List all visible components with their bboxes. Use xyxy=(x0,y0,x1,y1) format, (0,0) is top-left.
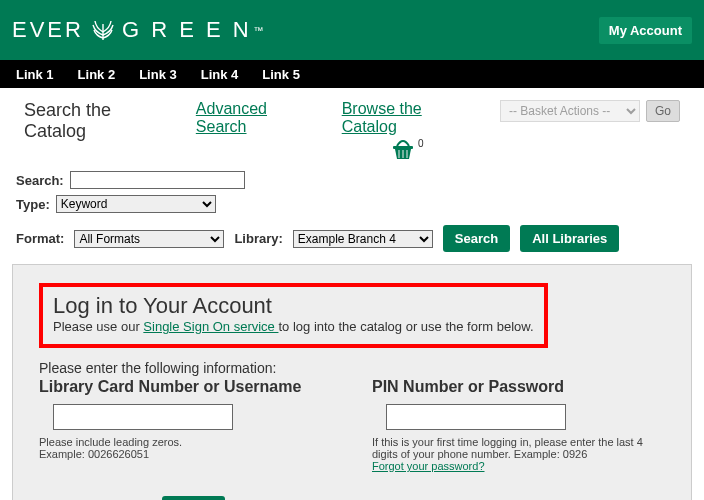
password-label: PIN Number or Password xyxy=(372,378,665,396)
library-select[interactable]: Example Branch 4 xyxy=(293,230,433,248)
login-highlight-box: Log in to Your Account Please use our Si… xyxy=(39,283,548,348)
go-button[interactable]: Go xyxy=(646,100,680,122)
all-libraries-button[interactable]: All Libraries xyxy=(520,225,619,252)
header: EVER G R E E N ™ My Account xyxy=(0,0,704,60)
format-label: Format: xyxy=(16,231,64,246)
username-hint-1: Please include leading zeros. xyxy=(39,436,332,448)
search-button[interactable]: Search xyxy=(443,225,510,252)
username-input[interactable] xyxy=(53,404,233,430)
login-right-col: PIN Number or Password If this is your f… xyxy=(372,378,665,472)
login-sub-pre: Please use our xyxy=(53,319,143,334)
basket-actions-select[interactable]: -- Basket Actions -- xyxy=(500,100,640,122)
login-button[interactable]: Log in xyxy=(162,496,225,500)
logo: EVER G R E E N ™ xyxy=(12,14,264,47)
username-hint-2: Example: 0026626051 xyxy=(39,448,332,460)
sso-link[interactable]: Single Sign On service xyxy=(143,319,278,334)
nav-link-2[interactable]: Link 2 xyxy=(78,67,116,82)
login-subtitle: Please use our Single Sign On service to… xyxy=(53,319,534,334)
username-label: Library Card Number or Username xyxy=(39,378,332,396)
navbar: Link 1 Link 2 Link 3 Link 4 Link 5 xyxy=(0,60,704,88)
my-account-button[interactable]: My Account xyxy=(599,17,692,44)
trademark-icon: ™ xyxy=(254,25,264,36)
stay-row: Stay logged in? Log in xyxy=(39,496,665,500)
logo-text-left: EVER xyxy=(12,17,84,43)
type-select[interactable]: Keyword xyxy=(56,195,216,213)
search-label: Search: xyxy=(16,173,64,188)
search-input[interactable] xyxy=(70,171,245,189)
basket-count: 0 xyxy=(418,138,424,149)
nav-link-4[interactable]: Link 4 xyxy=(201,67,239,82)
forgot-password-link[interactable]: Forgot your password? xyxy=(372,460,485,472)
advanced-search-link[interactable]: Advanced Search xyxy=(196,100,314,136)
nav-link-1[interactable]: Link 1 xyxy=(16,67,54,82)
format-select[interactable]: All Formats xyxy=(74,230,224,248)
svg-rect-0 xyxy=(393,146,413,149)
login-left-col: Library Card Number or Username Please i… xyxy=(39,378,332,472)
login-sub-post: to log into the catalog or use the form … xyxy=(278,319,533,334)
search-header: Search the Catalog Advanced Search Brows… xyxy=(0,88,704,169)
nav-link-5[interactable]: Link 5 xyxy=(262,67,300,82)
basket-icon[interactable] xyxy=(390,138,416,163)
type-label: Type: xyxy=(16,197,50,212)
form-intro: Please enter the following information: xyxy=(39,360,665,376)
login-title: Log in to Your Account xyxy=(53,293,534,319)
library-label: Library: xyxy=(234,231,282,246)
search-catalog-title: Search the Catalog xyxy=(24,100,168,142)
nav-link-3[interactable]: Link 3 xyxy=(139,67,177,82)
login-form-row: Library Card Number or Username Please i… xyxy=(39,378,665,472)
login-panel: Log in to Your Account Please use our Si… xyxy=(12,264,692,500)
logo-text-right: G R E E N xyxy=(122,17,252,43)
password-input[interactable] xyxy=(386,404,566,430)
search-row-2: Format: All Formats Library: Example Bra… xyxy=(0,217,704,264)
leaf-icon xyxy=(88,14,118,47)
search-row-1: Search: xyxy=(0,169,704,193)
password-hint: If this is your first time logging in, p… xyxy=(372,436,665,460)
browse-catalog-link[interactable]: Browse the Catalog xyxy=(342,100,472,136)
